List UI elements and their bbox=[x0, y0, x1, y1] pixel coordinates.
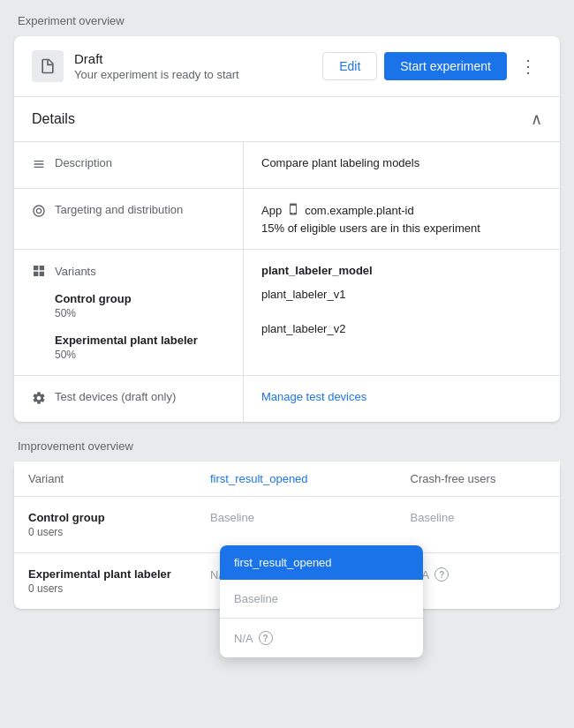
variants-row: Variants Control group 50% Experimental … bbox=[14, 250, 560, 376]
experimental-name: Experimental plant labeler bbox=[55, 334, 225, 347]
app-value: com.example.plant-id bbox=[305, 204, 414, 217]
experimental-row-users: 0 users bbox=[28, 582, 182, 595]
improvement-overview-title: Improvement overview bbox=[14, 439, 560, 453]
control-group-row-name: Control group bbox=[28, 511, 182, 524]
popup-help-icon[interactable]: ? bbox=[259, 631, 273, 645]
popup-baseline-label: Baseline bbox=[234, 592, 278, 605]
control-group-value-item: plant_labeler_v1 bbox=[261, 288, 542, 301]
targeting-row: Targeting and distribution App com.examp… bbox=[14, 189, 560, 250]
crash-na-value: N/A ? bbox=[411, 567, 546, 582]
manage-test-devices-link[interactable]: Manage test devices bbox=[261, 390, 366, 403]
app-row: App com.example.plant-id bbox=[261, 203, 542, 218]
metric-popup-na-row: N/A ? bbox=[220, 619, 423, 657]
experiment-card: Draft Your experiment is ready to start … bbox=[14, 36, 560, 422]
experimental-pct: 50% bbox=[55, 349, 225, 361]
variants-label-top: Variants bbox=[32, 264, 225, 278]
draft-text: Draft Your experiment is ready to start bbox=[74, 51, 322, 81]
description-row: Description Compare plant labeling model… bbox=[14, 142, 560, 189]
control-group-name: Control group bbox=[55, 292, 225, 305]
control-group-cell: Control group 0 users bbox=[14, 497, 196, 553]
experiment-overview-title: Experiment overview bbox=[14, 14, 560, 27]
draft-sublabel: Your experiment is ready to start bbox=[74, 68, 322, 81]
test-devices-label: Test devices (draft only) bbox=[55, 390, 176, 403]
experimental-value: plant_labeler_v2 bbox=[261, 322, 542, 335]
variants-groups: Control group 50% Experimental plant lab… bbox=[55, 292, 225, 361]
metric-popup-baseline-row: Baseline bbox=[220, 580, 423, 619]
col-crash-header: Crash-free users bbox=[397, 462, 560, 497]
draft-icon bbox=[32, 50, 64, 82]
metric-popup: first_result_opened Baseline N/A ? bbox=[220, 545, 423, 657]
targeting-icon bbox=[32, 204, 46, 221]
col-variant-header: Variant bbox=[14, 462, 196, 497]
more-options-button[interactable]: ⋮ bbox=[514, 52, 542, 80]
targeting-label-cell: Targeting and distribution bbox=[14, 189, 244, 249]
metric-popup-header: first_result_opened bbox=[220, 545, 423, 580]
control-group-row-users: 0 users bbox=[28, 526, 182, 538]
control-group-pct: 50% bbox=[55, 307, 225, 319]
test-devices-icon bbox=[32, 391, 46, 408]
more-icon: ⋮ bbox=[519, 56, 537, 77]
col-metric-header: first_result_opened bbox=[196, 462, 397, 497]
draft-header: Draft Your experiment is ready to start … bbox=[14, 36, 560, 97]
variants-model-header: plant_labeler_model bbox=[261, 264, 542, 277]
eligibility-text: 15% of eligible users are in this experi… bbox=[261, 221, 542, 235]
app-icon bbox=[287, 203, 299, 218]
draft-actions: Edit Start experiment ⋮ bbox=[322, 52, 542, 80]
details-section: Details ∧ Description Compare plant labe… bbox=[14, 97, 560, 422]
document-icon bbox=[39, 57, 57, 75]
test-devices-row: Test devices (draft only) Manage test de… bbox=[14, 376, 560, 422]
control-group-crash-cell: Baseline bbox=[397, 497, 560, 553]
test-devices-label-cell: Test devices (draft only) bbox=[14, 376, 244, 422]
edit-button[interactable]: Edit bbox=[322, 52, 377, 80]
test-devices-value-cell: Manage test devices bbox=[244, 376, 560, 422]
control-group-item: Control group 50% bbox=[55, 292, 225, 319]
table-header-row: Variant first_result_opened Crash-free u… bbox=[14, 462, 560, 497]
crash-help-icon[interactable]: ? bbox=[434, 567, 449, 582]
improvement-card: Variant first_result_opened Crash-free u… bbox=[14, 462, 560, 609]
description-label: Description bbox=[55, 156, 112, 169]
control-group-metric-cell: Baseline bbox=[196, 497, 397, 553]
targeting-label: Targeting and distribution bbox=[55, 203, 183, 216]
app-label: App bbox=[261, 204, 282, 217]
table-row: Control group 0 users Baseline Baseline bbox=[14, 497, 560, 553]
start-experiment-button[interactable]: Start experiment bbox=[384, 52, 507, 80]
variants-label: Variants bbox=[55, 265, 96, 278]
experimental-item: Experimental plant labeler 50% bbox=[55, 334, 225, 361]
experimental-row-name: Experimental plant labeler bbox=[28, 567, 182, 581]
description-value: Compare plant labeling models bbox=[244, 142, 560, 188]
details-header: Details ∧ bbox=[14, 97, 560, 142]
description-icon bbox=[32, 157, 46, 174]
collapse-icon[interactable]: ∧ bbox=[531, 109, 542, 129]
popup-na-text: N/A bbox=[234, 632, 253, 645]
experimental-group-cell: Experimental plant labeler 0 users bbox=[14, 553, 196, 610]
variants-label-cell: Variants Control group 50% Experimental … bbox=[14, 250, 244, 375]
control-group-value: plant_labeler_v1 bbox=[261, 288, 542, 301]
description-label-cell: Description bbox=[14, 142, 244, 188]
draft-label: Draft bbox=[74, 51, 322, 66]
variant-values: plant_labeler_v1 plant_labeler_v2 bbox=[261, 288, 542, 335]
targeting-value-cell: App com.example.plant-id 15% of eligible… bbox=[244, 189, 560, 249]
experimental-value-item: plant_labeler_v2 bbox=[261, 322, 542, 335]
variants-value-cell: plant_labeler_model plant_labeler_v1 pla… bbox=[244, 250, 560, 375]
popup-na-value: N/A ? bbox=[234, 631, 409, 645]
details-title: Details bbox=[32, 111, 75, 127]
